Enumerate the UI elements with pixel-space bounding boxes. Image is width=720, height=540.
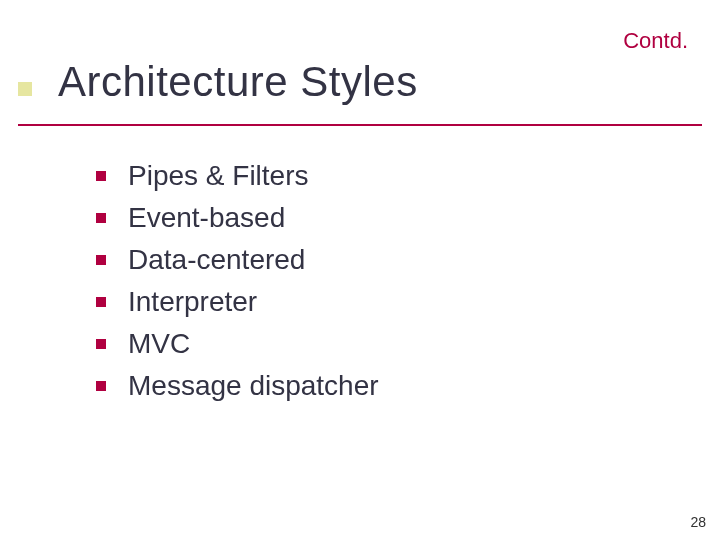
- bullet-icon: [96, 339, 106, 349]
- bullet-icon: [96, 381, 106, 391]
- bullet-icon: [96, 297, 106, 307]
- contd-label: Contd.: [623, 28, 688, 54]
- bullet-text: Interpreter: [128, 286, 257, 318]
- bullet-list: Pipes & Filters Event-based Data-centere…: [96, 160, 379, 412]
- bullet-text: Message dispatcher: [128, 370, 379, 402]
- list-item: Pipes & Filters: [96, 160, 379, 192]
- title-accent-square: [18, 82, 32, 96]
- list-item: Message dispatcher: [96, 370, 379, 402]
- page-title: Architecture Styles: [58, 58, 418, 106]
- page-number: 28: [690, 514, 706, 530]
- slide: Contd. Architecture Styles Pipes & Filte…: [0, 0, 720, 540]
- bullet-text: Event-based: [128, 202, 285, 234]
- list-item: Interpreter: [96, 286, 379, 318]
- title-row: Architecture Styles: [18, 58, 418, 106]
- title-underline: [18, 124, 702, 126]
- bullet-icon: [96, 255, 106, 265]
- bullet-text: Data-centered: [128, 244, 305, 276]
- bullet-icon: [96, 213, 106, 223]
- list-item: Data-centered: [96, 244, 379, 276]
- bullet-text: MVC: [128, 328, 190, 360]
- list-item: MVC: [96, 328, 379, 360]
- bullet-text: Pipes & Filters: [128, 160, 309, 192]
- list-item: Event-based: [96, 202, 379, 234]
- bullet-icon: [96, 171, 106, 181]
